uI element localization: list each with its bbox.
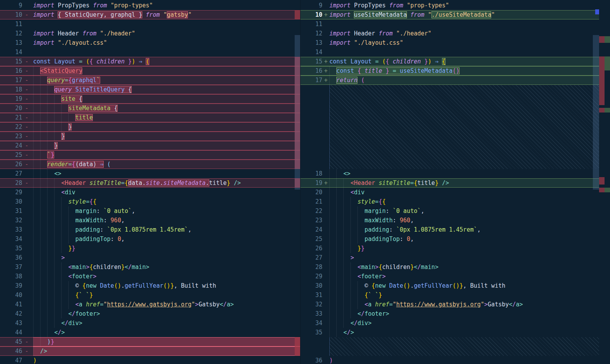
code-text[interactable]: {` `} [329,290,599,300]
line-number-gutter[interactable]: 26 [301,244,329,253]
code-text[interactable]: maxWidth: 960, [33,216,300,225]
line-number-gutter[interactable]: 22 [301,206,329,216]
code-text[interactable]: <div [33,188,300,197]
code-text[interactable] [33,19,300,29]
line-number-gutter[interactable]: 22- [0,122,33,132]
line-number-gutter[interactable]: 20 [301,188,329,197]
code-text[interactable]: import Header from "./header" [329,29,599,38]
line-number[interactable]: 17 [0,76,22,85]
line-number[interactable]: 34 [0,234,22,244]
line-number[interactable]: 27 [0,169,22,178]
code-line[interactable]: 20 <div [301,188,599,197]
code-text[interactable]: </footer> [329,309,599,318]
line-number-gutter[interactable]: 35 [301,328,329,337]
code-text[interactable]: <a href="https://www.gatsbyjs.org">Gatsb… [329,300,599,309]
line-number-gutter[interactable]: 40 [0,290,33,300]
line-number[interactable]: 22 [301,206,322,216]
line-number-gutter[interactable]: 17+ [301,76,329,85]
code-line[interactable]: 33 padding: `0px 1.0875rem 1.45rem`, [0,225,300,234]
line-number[interactable]: 34 [301,318,322,328]
code-line[interactable]: 13import "./layout.css" [0,38,300,47]
code-text[interactable]: import PropTypes from "prop-types" [329,1,599,10]
code-text[interactable]: query={graphql` [33,76,300,85]
line-number-gutter[interactable]: 9 [0,1,33,10]
line-number-gutter[interactable]: 11 [0,19,33,29]
code-text[interactable]: site { [33,94,300,104]
code-line[interactable]: 25- `} [0,150,300,160]
code-line[interactable]: 36 > [0,253,300,262]
code-text[interactable]: margin: `0 auto`, [33,206,300,216]
line-number[interactable]: 15 [301,57,322,66]
line-number[interactable]: 26 [0,160,22,169]
line-number-gutter[interactable]: 18 [301,169,329,178]
line-number[interactable]: 38 [0,272,22,281]
line-number-gutter[interactable]: 20- [0,104,33,113]
code-text[interactable]: return ( [329,76,599,85]
code-line[interactable]: 16- <StaticQuery [0,66,300,76]
code-text[interactable]: </> [33,328,300,337]
line-number-gutter[interactable]: 14 [301,47,329,57]
code-text[interactable]: </div> [33,318,300,328]
line-number[interactable]: 27 [301,253,322,262]
code-text[interactable]: padding: `0px 1.0875rem 1.45rem`, [33,225,300,234]
code-line[interactable]: 30 style={{ [0,197,300,206]
line-number-gutter[interactable]: 34 [0,234,33,244]
code-line[interactable]: 40 {` `} [0,290,300,300]
line-number-gutter[interactable]: 32 [0,216,33,225]
line-number-gutter[interactable]: 29 [301,272,329,281]
line-number-gutter[interactable]: 24- [0,141,33,150]
line-number[interactable]: 19 [0,94,22,104]
code-line[interactable]: 29 <div [0,188,300,197]
line-number[interactable]: 39 [0,281,22,290]
line-number-gutter[interactable]: 46- [0,346,33,356]
line-number[interactable]: 22 [0,122,22,132]
code-text[interactable]: render={(data) ⇒ ( [33,160,300,169]
line-number[interactable]: 24 [0,141,22,150]
line-number-gutter[interactable]: 27 [0,169,33,178]
code-line[interactable]: 23- } [0,132,300,141]
line-number[interactable]: 24 [301,225,322,234]
line-number-gutter[interactable]: 10- [0,10,33,19]
code-text[interactable]: <Header siteTitle={title} /> [329,178,599,188]
line-number[interactable]: 20 [0,104,22,113]
code-line[interactable]: 19- site { [0,94,300,104]
line-number[interactable]: 31 [0,206,22,216]
code-line[interactable]: 19+ <Header siteTitle={title} /> [301,178,599,188]
code-line[interactable]: 35 </> [301,328,599,337]
line-number-gutter[interactable]: 15- [0,57,33,66]
line-number-gutter[interactable]: 18- [0,85,33,94]
line-number[interactable]: 23 [301,216,322,225]
code-text[interactable]: > [33,253,300,262]
code-text[interactable]: <Header siteTitle={data.site.siteMetadat… [33,178,300,188]
line-number-gutter[interactable]: 37 [0,262,33,272]
line-number[interactable]: 10 [0,10,22,19]
line-number-gutter[interactable]: 43 [0,318,33,328]
line-number-gutter[interactable]: 26- [0,160,33,169]
right-scrollbar-slider[interactable] [593,35,599,190]
code-line[interactable]: 44 </> [0,328,300,337]
code-text[interactable]: import "./layout.css" [33,38,300,47]
line-number-gutter[interactable]: 45- [0,337,33,346]
code-line[interactable]: 28 <main>{children}</main> [301,262,599,272]
code-line[interactable]: 22- } [0,122,300,132]
code-text[interactable]: }} [329,244,599,253]
code-text[interactable]: import Header from "./header" [33,29,300,38]
code-text[interactable]: paddingTop: 0, [33,234,300,244]
code-line[interactable]: 46- /> [0,346,300,356]
line-number-gutter[interactable]: 25 [301,234,329,244]
line-number[interactable]: 9 [0,1,22,10]
line-number[interactable]: 33 [301,309,322,318]
line-number-gutter[interactable]: 42 [0,309,33,318]
line-number-gutter[interactable]: 39 [0,281,33,290]
line-number[interactable]: 36 [0,253,22,262]
line-number-gutter[interactable]: 21 [301,197,329,206]
code-text[interactable]: {` `} [33,290,300,300]
left-editor[interactable]: 9import PropTypes from "prop-types"10-im… [0,0,300,364]
code-line[interactable]: 23 maxWidth: 960, [301,216,599,225]
line-number[interactable]: 25 [0,150,22,160]
line-number-gutter[interactable]: 30 [301,281,329,290]
code-text[interactable]: const Layout = ({ children }) ⇒ { [329,57,599,66]
line-number[interactable]: 46 [0,346,22,356]
line-number[interactable]: 14 [0,47,22,57]
line-number-gutter[interactable]: 14 [0,47,33,57]
